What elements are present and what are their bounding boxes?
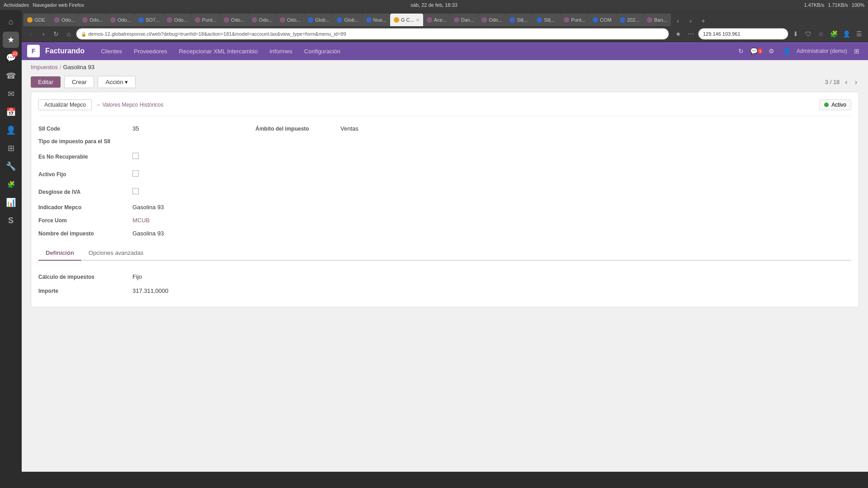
activities-label[interactable]: Actividades: [4, 2, 29, 8]
email-icon[interactable]: ✉: [3, 86, 19, 102]
activo-fijo-checkbox[interactable]: [132, 170, 139, 177]
network-stat: 1.47KB/s: [804, 2, 825, 8]
refresh-icon[interactable]: ↻: [735, 45, 747, 57]
network-stat2: 1.71KB/s: [828, 2, 848, 8]
tool-icon[interactable]: 🔧: [3, 158, 19, 174]
puzzle-icon[interactable]: 🧩: [3, 176, 19, 192]
edit-button[interactable]: Editar: [31, 76, 61, 88]
tab-gde[interactable]: GDE: [24, 14, 51, 26]
tab-scroll-left[interactable]: ‹: [673, 15, 684, 26]
tab-opciones-avanzadas[interactable]: Opciones avanzadas: [81, 246, 151, 261]
pager-next[interactable]: ›: [853, 77, 859, 87]
home-icon[interactable]: ⌂: [3, 14, 19, 30]
tab-nue[interactable]: Nue...: [363, 14, 390, 26]
tab-sil1[interactable]: Sil|...: [506, 14, 533, 26]
skype-icon[interactable]: S: [3, 212, 19, 229]
datetime: sáb, 22 de feb, 18:33: [410, 2, 457, 8]
os-sidebar: ⌂ ★ 💬 22 ☎ ✉ 📅 👤 ⊞ 🔧 🧩 📊 S: [0, 10, 22, 316]
tab-scroll-right[interactable]: ›: [685, 15, 696, 26]
search-bar[interactable]: 129.146 103.961: [698, 28, 788, 40]
toolbar: Editar Crear Acción ▾ 3 / 18 ‹ ›: [22, 74, 868, 92]
desglose-iva-checkbox[interactable]: [132, 188, 139, 194]
tab-sil2[interactable]: Sil|...: [533, 14, 560, 26]
contacts-icon[interactable]: 👤: [3, 122, 19, 138]
user-avatar[interactable]: 👤: [781, 45, 793, 57]
sii-code-value: 35: [129, 123, 255, 134]
importe-label: Importe: [38, 286, 129, 296]
pager-text: 3 / 18: [825, 79, 840, 85]
content-area: Impuestos / Gasolina 93 Editar Crear Acc…: [22, 60, 868, 307]
nav-recepcion[interactable]: Recepcionar XML Intercambio: [174, 45, 263, 57]
app-name: Facturando: [45, 47, 85, 55]
apps-grid-icon[interactable]: ⊞: [3, 140, 19, 156]
tab-202[interactable]: 202...: [616, 14, 643, 26]
tab-ace[interactable]: Ace...: [423, 14, 450, 26]
ambito-value: Ventas: [337, 123, 427, 134]
bookmark-star-button[interactable]: ☆: [816, 28, 826, 39]
tab-ban[interactable]: Ban...: [643, 14, 671, 26]
nav-informes[interactable]: Informes: [264, 45, 298, 57]
account-button[interactable]: 👤: [841, 28, 852, 39]
messages-icon[interactable]: 💬 1: [750, 45, 762, 57]
sheets-icon[interactable]: 📊: [3, 194, 19, 211]
tab-com[interactable]: COM: [589, 14, 616, 26]
browser-nav-bar: ‹ › ↻ ⌂ 🔒 demos-12.globalresponse.cl/web…: [22, 26, 868, 42]
tab-definicion[interactable]: Definición: [38, 246, 81, 261]
tab-odo4[interactable]: Odo...: [163, 14, 191, 26]
tab-odo6[interactable]: Odo...: [248, 14, 276, 26]
nav-proveedores[interactable]: Proveedores: [128, 45, 173, 57]
browser-label[interactable]: Navegador web Firefox: [33, 2, 84, 8]
lock-icon: 🔒: [81, 32, 86, 37]
active-badge: Activo: [819, 99, 851, 110]
tab-odo7[interactable]: Odo...: [276, 14, 304, 26]
user-name[interactable]: Administrator (demo): [797, 48, 847, 54]
tab-odo1[interactable]: Odo...: [51, 14, 79, 26]
pager-prev[interactable]: ‹: [843, 77, 849, 87]
nombre-impuesto-value: Gasolina 93: [129, 228, 255, 239]
tab-glob2[interactable]: Glob...: [333, 14, 362, 26]
shield-button[interactable]: 🛡: [803, 28, 814, 39]
actualizar-mepco-button[interactable]: Actualizar Mepco: [38, 99, 92, 110]
reload-button[interactable]: ↻: [51, 28, 61, 39]
tab-odo5[interactable]: Odo...: [220, 14, 248, 26]
extensions-button[interactable]: 🧩: [828, 28, 839, 39]
grid-icon[interactable]: ⊞: [851, 45, 863, 57]
back-button[interactable]: ‹: [25, 28, 36, 39]
forward-button[interactable]: ›: [38, 28, 49, 39]
phone-icon[interactable]: ☎: [3, 68, 19, 84]
chat-icon[interactable]: 💬 22: [3, 50, 19, 66]
action-button[interactable]: Acción ▾: [98, 76, 136, 88]
calendar-icon[interactable]: 📅: [3, 104, 19, 120]
browser-chrome: GDE Odo... Odo... Odo... SO7... Odo... P…: [22, 10, 868, 42]
tab-gc-active[interactable]: G C...✕: [390, 14, 423, 26]
tab-punt[interactable]: Punt...: [191, 14, 220, 26]
historicos-link[interactable]: → Valores Mepco Históricos: [95, 102, 164, 108]
es-no-recuperable-checkbox[interactable]: [132, 153, 139, 159]
header-right: ↻ 💬 1 ⚙ 👤 Administrator (demo) ⊞: [735, 45, 863, 57]
breadcrumb-parent[interactable]: Impuestos: [31, 64, 58, 70]
odoo-header: F Facturando Clientes Proveedores Recepc…: [22, 42, 868, 60]
tab-odo8[interactable]: Odo...: [478, 14, 506, 26]
tab-odo3[interactable]: Odo...: [107, 14, 135, 26]
tab-odo2[interactable]: Odo...: [79, 14, 107, 26]
home-nav-button[interactable]: ⌂: [63, 28, 74, 39]
calculo-impuestos-label: Cálculo de impuestos: [38, 272, 129, 282]
nav-configuracion[interactable]: Configuración: [299, 45, 346, 57]
tab-glob1[interactable]: Glob...: [304, 14, 333, 26]
menu-button[interactable]: ☰: [854, 28, 864, 39]
tab-dan[interactable]: Dan...: [450, 14, 478, 26]
bookmarks-button[interactable]: ★: [673, 28, 684, 39]
tab-so7[interactable]: SO7...: [135, 14, 163, 26]
settings-icon[interactable]: ⚙: [766, 45, 778, 57]
messages-badge: 1: [758, 48, 763, 54]
tab-punt2[interactable]: Punt...: [560, 14, 589, 26]
download-button[interactable]: ⬇: [790, 28, 801, 39]
address-bar[interactable]: 🔒 demos-12.globalresponse.cl/web?debug=t…: [76, 28, 669, 40]
create-button[interactable]: Crear: [64, 76, 94, 88]
force-uom-value[interactable]: MCUB: [129, 215, 255, 225]
star-icon[interactable]: ★: [3, 32, 19, 48]
more-button[interactable]: ⋯: [685, 28, 696, 39]
es-no-recuperable-label: Es No Recuperable: [38, 152, 129, 162]
new-tab-button[interactable]: +: [698, 15, 709, 26]
nav-clientes[interactable]: Clientes: [95, 45, 127, 57]
